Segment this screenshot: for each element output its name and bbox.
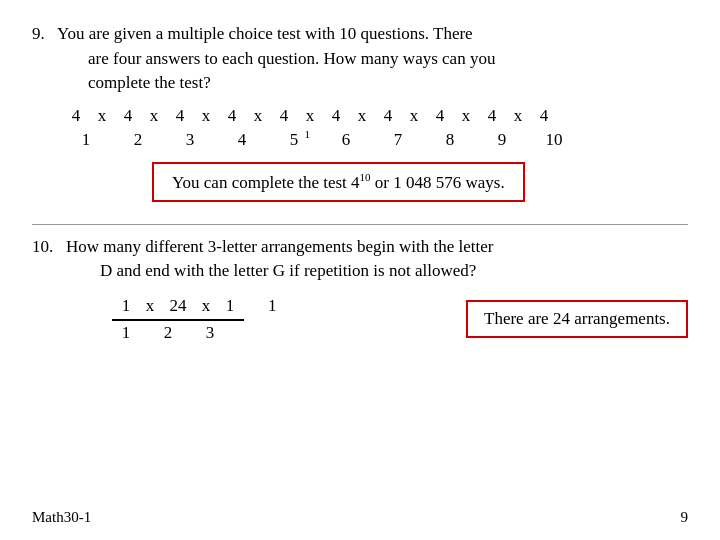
q9-num-row: 1 2 3 4 1 5 6 7 8 9 10 xyxy=(60,130,688,150)
q9-n6: 6 xyxy=(320,130,372,150)
q10-statement: 10. How many different 3-letter arrangem… xyxy=(32,235,688,284)
q10-number: 10. xyxy=(32,237,53,256)
q9-n2: 2 xyxy=(112,130,164,150)
section-divider xyxy=(32,224,688,225)
q10-left: 1 x 24 x 1 1 1 2 3 xyxy=(32,294,446,343)
q10-m1: 1 xyxy=(112,296,140,316)
q9-answer-container: You can complete the test 410 or 1 048 5… xyxy=(62,158,688,212)
q10-p1: 1 xyxy=(112,323,140,343)
q9-statement: 9. You are given a multiple choice test … xyxy=(32,22,688,96)
q9-x7: x xyxy=(404,106,424,126)
q9-answer-exp: 10 xyxy=(360,171,371,183)
q9-n7: 7 xyxy=(372,130,424,150)
q10-answer-text: There are 24 arrangements. xyxy=(484,309,670,328)
q9-n5: 1 5 xyxy=(268,130,320,150)
q9-n8: 8 xyxy=(424,130,476,150)
q9-x5: x xyxy=(300,106,320,126)
q10-line1: How many different 3-letter arrangements… xyxy=(66,237,493,256)
footer-page: 9 xyxy=(681,509,689,526)
q9-v9: 4 xyxy=(528,106,560,126)
q10-mult-underline: 1 x 24 x 1 xyxy=(112,296,244,321)
q9-n1: 1 xyxy=(60,130,112,150)
q9-line3: complete the test? xyxy=(60,73,211,92)
q9-x4: x xyxy=(248,106,268,126)
not-allowed: not allowed xyxy=(389,261,469,280)
q9-answer-text1: You can complete the test 4 xyxy=(172,173,360,192)
q10-m3: 1 xyxy=(216,296,244,316)
q9-n9: 9 xyxy=(476,130,528,150)
q9-answer-text2: or 1 048 576 ways. xyxy=(371,173,505,192)
q9-x2: x xyxy=(144,106,164,126)
q9-v4: 4 xyxy=(268,106,300,126)
q9-n10: 10 xyxy=(528,130,580,150)
q9-x3: x xyxy=(196,106,216,126)
q9-mult-row: 4 x 4 x 4 x 4 x 4 x 4 x 4 x 4 x 4 x 4 xyxy=(60,106,688,126)
q9-v2: 4 xyxy=(164,106,196,126)
q10-p2: 2 xyxy=(140,323,196,343)
footer: Math30-1 9 xyxy=(0,509,720,526)
q9-x6: x xyxy=(352,106,372,126)
q10-x2: x xyxy=(196,296,216,316)
q9-label-4: 4 xyxy=(60,106,92,126)
q9-x8: x xyxy=(456,106,476,126)
q9-v3: 4 xyxy=(216,106,248,126)
q10-under-num: 1 xyxy=(248,296,286,316)
q10-answer-box: There are 24 arrangements. xyxy=(466,300,688,338)
q9-mult-section: 4 x 4 x 4 x 4 x 4 x 4 x 4 x 4 x 4 x 4 xyxy=(60,106,688,150)
q9-line1: You are given a multiple choice test wit… xyxy=(57,24,473,43)
q9-x1: x xyxy=(92,106,112,126)
q10-pos-nums: 1 2 3 xyxy=(32,323,446,343)
footer-label: Math30-1 xyxy=(32,509,91,526)
q9-v8: 4 xyxy=(476,106,508,126)
question-9: 9. You are given a multiple choice test … xyxy=(32,22,688,212)
q10-p3: 3 xyxy=(196,323,224,343)
q10-un1: 1 xyxy=(258,296,286,316)
q9-v7: 4 xyxy=(424,106,456,126)
q9-superscript: 1 xyxy=(305,128,311,140)
q9-v5: 4 xyxy=(320,106,352,126)
q9-answer-box: You can complete the test 410 or 1 048 5… xyxy=(152,162,525,202)
q10-line2: D and end with the letter G if repetitio… xyxy=(64,261,476,280)
q9-n3: 3 xyxy=(164,130,216,150)
q10-right: There are 24 arrangements. xyxy=(446,294,688,338)
q9-n4: 4 xyxy=(216,130,268,150)
question-10: 10. How many different 3-letter arrangem… xyxy=(32,235,688,343)
q9-x9: x xyxy=(508,106,528,126)
q9-number: 9. xyxy=(32,24,45,43)
q10-bottom: 1 x 24 x 1 1 1 2 3 xyxy=(32,294,688,343)
q10-x1: x xyxy=(140,296,160,316)
q10-mult-container: 1 x 24 x 1 1 xyxy=(32,294,446,321)
q9-line2: are four answers to each question. How m… xyxy=(60,49,495,68)
q10-m2: 24 xyxy=(160,296,196,316)
q9-v1: 4 xyxy=(112,106,144,126)
q9-v6: 4 xyxy=(372,106,404,126)
